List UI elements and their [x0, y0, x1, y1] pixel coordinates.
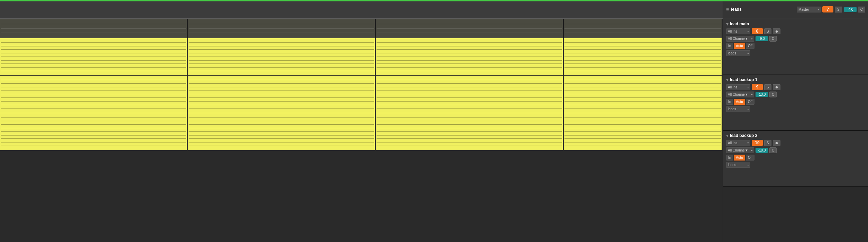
line: [189, 97, 374, 98]
line: [189, 57, 374, 57]
lead-backup1-header: ▾ lead backup 1: [726, 77, 865, 83]
lead-backup1-auto-button[interactable]: Auto: [734, 99, 745, 105]
line: [377, 33, 562, 33]
line: [189, 131, 374, 132]
line: [1, 105, 186, 105]
lead-backup2-mode-buttons: In Auto Off: [726, 155, 865, 161]
line: [189, 101, 374, 102]
line: [564, 28, 721, 29]
lead-backup1-clip-4[interactable]: [564, 76, 723, 113]
lead-backup2-clip-1[interactable]: [0, 113, 188, 150]
line: [564, 105, 721, 105]
lead-backup2-record-button[interactable]: ⏺: [773, 140, 780, 146]
master-routing-select-wrapper[interactable]: Master: [797, 7, 821, 12]
lead-backup1-channel-select-wrapper[interactable]: All Channe▼: [726, 92, 754, 97]
lead-backup2-c-button[interactable]: C: [769, 147, 777, 153]
line: [1, 57, 186, 57]
ruler: [0, 0, 723, 19]
line: [564, 60, 721, 61]
lead-backup2-channel-row: All Channe▼ -18.0 C: [726, 147, 865, 153]
group-clip-lines-1: [0, 20, 187, 36]
lead-main-input-select[interactable]: All Ins: [726, 28, 750, 34]
lead-backup1-record-button[interactable]: ⏺: [773, 84, 780, 90]
lead-main-in-button[interactable]: In: [726, 43, 733, 49]
line: [1, 49, 186, 50]
lead-backup1-mode-buttons: In Auto Off: [726, 99, 865, 105]
lead-backup1-clip-3[interactable]: [376, 76, 564, 113]
line: [377, 63, 562, 64]
line: [377, 67, 562, 68]
lead-main-input-select-wrapper[interactable]: All Ins: [726, 28, 750, 34]
group-clip-4: [564, 19, 723, 38]
line: [564, 138, 721, 139]
lead-main-auto-button[interactable]: Auto: [734, 43, 745, 49]
lead-main-record-button[interactable]: ⏺: [773, 28, 780, 34]
clip-lines: [564, 40, 722, 74]
lead-main-level-badge: -9.0: [756, 36, 768, 41]
line: [189, 94, 374, 95]
lead-backup1-s-button[interactable]: S: [764, 84, 771, 90]
lead-backup2-in-button[interactable]: In: [726, 155, 733, 161]
clip-lines: [188, 77, 375, 111]
line: [564, 24, 721, 25]
master-c-button[interactable]: C: [858, 7, 865, 12]
line: [1, 124, 186, 125]
lead-backup2-input-select-wrapper[interactable]: All Ins: [726, 140, 750, 146]
expand-icon-lead-backup2: ▾: [726, 133, 729, 138]
lead-backup1-channel-row: All Channe▼ -13.0 C: [726, 92, 865, 97]
lead-main-off-button[interactable]: Off: [746, 43, 754, 49]
lead-backup1-output-select[interactable]: leads: [726, 106, 750, 112]
lead-backup2-clip-4[interactable]: [564, 113, 723, 150]
lead-backup2-input-select[interactable]: All Ins: [726, 140, 750, 146]
lead-backup1-clip-2[interactable]: [188, 76, 376, 113]
lead-backup2-output-select[interactable]: leads: [726, 162, 750, 168]
lead-backup2-channel-select[interactable]: All Channe▼: [726, 147, 754, 153]
lead-backup2-output-select-wrapper[interactable]: leads: [726, 162, 750, 168]
line: [189, 33, 374, 33]
line: [189, 90, 374, 91]
master-s-button[interactable]: S: [835, 7, 842, 12]
lead-backup2-off-button[interactable]: Off: [746, 155, 754, 161]
line: [1, 117, 186, 118]
lead-backup1-channel-select[interactable]: All Channe▼: [726, 92, 754, 97]
line: [564, 33, 721, 33]
lead-backup2-clip-3[interactable]: [376, 113, 564, 150]
lead-backup1-clip-1[interactable]: [0, 76, 188, 113]
lead-main-clip-2[interactable]: [188, 38, 376, 75]
line: [189, 128, 374, 129]
lead-main-channel-select[interactable]: All Channe▼: [726, 36, 754, 42]
master-level-badge: -4.0: [844, 7, 857, 12]
line: [564, 124, 721, 125]
lead-backup1-input-select-wrapper[interactable]: All Ins: [726, 84, 750, 90]
lead-backup2-clip-2[interactable]: [188, 113, 376, 150]
line: [564, 67, 721, 68]
lead-backup1-input-select[interactable]: All Ins: [726, 84, 750, 90]
lead-main-clip-3[interactable]: [376, 38, 564, 75]
lead-main-output-select[interactable]: leads: [726, 50, 750, 56]
lead-backup2-output-row: leads: [726, 162, 865, 168]
lead-backup2-auto-button[interactable]: Auto: [734, 155, 745, 161]
playhead-bar: [0, 0, 723, 1]
lead-backup1-off-button[interactable]: Off: [746, 99, 754, 105]
lead-main-clip-1[interactable]: [0, 38, 188, 75]
lead-main-s-button[interactable]: S: [764, 28, 771, 34]
lead-main-output-select-wrapper[interactable]: leads: [726, 50, 750, 56]
line: [564, 42, 721, 43]
lead-main-c-button[interactable]: C: [769, 36, 777, 42]
lead-backup1-output-select-wrapper[interactable]: leads: [726, 106, 750, 112]
lead-backup2-s-button[interactable]: S: [764, 140, 771, 146]
line: [1, 90, 186, 91]
lead-main-clip-4[interactable]: [564, 38, 723, 75]
line: [189, 80, 374, 80]
menu-icon: ≡: [726, 7, 729, 12]
lead-backup1-c-button[interactable]: C: [769, 92, 777, 97]
master-routing-select[interactable]: Master: [797, 7, 821, 12]
lead-backup1-in-button[interactable]: In: [726, 99, 733, 105]
line: [189, 46, 374, 46]
line: [1, 28, 186, 29]
lead-backup2-channel-select-wrapper[interactable]: All Channe▼: [726, 147, 754, 153]
line: [189, 117, 374, 118]
lead-main-channel-select-wrapper[interactable]: All Channe▼: [726, 36, 754, 42]
line: [377, 60, 562, 61]
line: [189, 83, 374, 84]
